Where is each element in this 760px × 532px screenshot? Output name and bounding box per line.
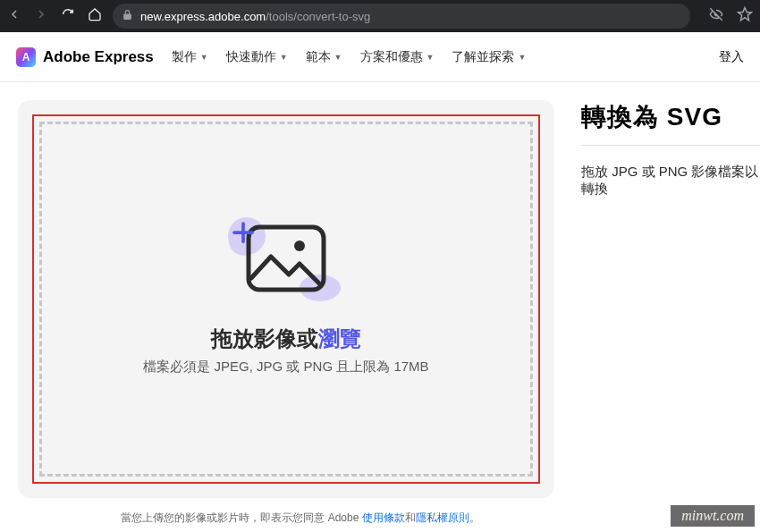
reload-icon[interactable]	[61, 7, 75, 25]
chevron-down-icon: ▼	[280, 53, 288, 62]
chevron-down-icon: ▼	[518, 53, 526, 62]
back-icon[interactable]	[7, 7, 21, 25]
upload-panel: 拖放影像或瀏覽 檔案必須是 JPEG, JPG 或 PNG 且上限為 17MB	[18, 100, 554, 498]
info-panel: 轉換為 SVG 拖放 JPG 或 PNG 影像檔案以轉換	[581, 100, 760, 498]
nav-learn[interactable]: 了解並探索▼	[452, 49, 526, 65]
url-bar[interactable]: new.express.adobe.com/tools/convert-to-s…	[113, 4, 690, 29]
home-icon[interactable]	[88, 7, 102, 25]
terms-link[interactable]: 使用條款	[362, 511, 405, 524]
upload-illustration	[244, 223, 328, 298]
browse-link[interactable]: 瀏覽	[318, 326, 361, 350]
page-description: 拖放 JPG 或 PNG 影像檔案以轉換	[581, 164, 760, 198]
chevron-down-icon: ▼	[334, 53, 342, 62]
upload-title: 拖放影像或瀏覽	[211, 325, 361, 353]
upload-dropzone[interactable]: 拖放影像或瀏覽 檔案必須是 JPEG, JPG 或 PNG 且上限為 17MB	[32, 114, 540, 484]
svg-rect-0	[249, 227, 324, 290]
forward-icon[interactable]	[34, 7, 48, 25]
image-icon	[244, 223, 328, 294]
eye-off-icon[interactable]	[708, 6, 724, 26]
nav-quick-actions[interactable]: 快速動作▼	[226, 49, 288, 65]
browser-toolbar: new.express.adobe.com/tools/convert-to-s…	[0, 0, 760, 32]
star-icon[interactable]	[737, 6, 753, 26]
consent-text: 當您上傳您的影像或影片時，即表示您同意 Adobe 使用條款和隱私權原則。	[18, 511, 583, 526]
logo-icon: A	[16, 47, 36, 67]
login-button[interactable]: 登入	[719, 49, 744, 65]
chevron-down-icon: ▼	[200, 53, 208, 62]
chevron-down-icon: ▼	[426, 53, 435, 62]
url-domain: new.express.adobe.com	[140, 10, 266, 23]
brand-name: Adobe Express	[43, 48, 154, 66]
upload-subtitle: 檔案必須是 JPEG, JPG 或 PNG 且上限為 17MB	[143, 359, 428, 376]
nav-create[interactable]: 製作▼	[172, 49, 208, 65]
lock-icon	[122, 9, 133, 23]
page-title: 轉換為 SVG	[581, 100, 760, 134]
plus-icon	[230, 219, 257, 249]
watermark: minwt.com	[671, 505, 755, 527]
nav-plans[interactable]: 方案和優惠▼	[360, 49, 435, 65]
url-path: /tools/convert-to-svg	[266, 10, 370, 23]
app-header: A Adobe Express 製作▼ 快速動作▼ 範本▼ 方案和優惠▼ 了解並…	[0, 32, 760, 82]
privacy-link[interactable]: 隱私權原則	[416, 511, 469, 524]
nav-templates[interactable]: 範本▼	[306, 49, 342, 65]
svg-point-1	[294, 241, 305, 251]
divider	[581, 145, 760, 146]
nav-menu: 製作▼ 快速動作▼ 範本▼ 方案和優惠▼ 了解並探索▼	[172, 49, 527, 65]
brand-logo[interactable]: A Adobe Express	[16, 47, 154, 67]
